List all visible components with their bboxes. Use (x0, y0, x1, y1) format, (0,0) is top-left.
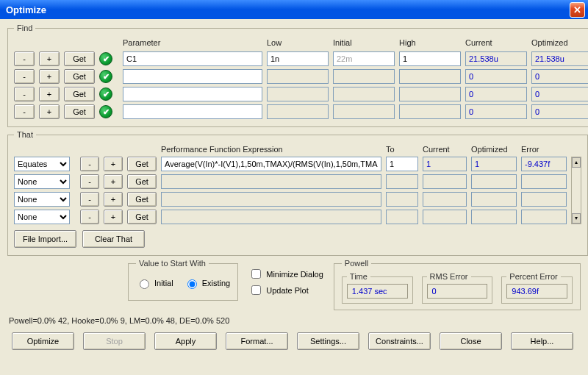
expr-input (161, 210, 381, 224)
find-plus-button[interactable]: + (39, 69, 60, 84)
hdr-low: Low (267, 38, 329, 49)
that-legend: That (14, 130, 36, 139)
start-with-group: Value to Start With Initial Existing (128, 259, 238, 301)
find-plus-button[interactable]: + (39, 104, 60, 119)
apply-button[interactable]: Apply (154, 332, 217, 350)
that-plus-button[interactable]: + (104, 174, 123, 189)
low-input (267, 104, 329, 119)
window-title: Optimize (6, 4, 46, 15)
optimized-value (531, 69, 588, 84)
settings-button[interactable]: Settings... (297, 332, 359, 350)
error-value (521, 157, 567, 171)
check-icon[interactable]: ✔ (99, 52, 112, 65)
mode-select[interactable]: None (14, 192, 70, 207)
current-value (423, 210, 467, 224)
find-plus-button[interactable]: + (39, 51, 60, 66)
find-get-button[interactable]: Get (64, 104, 95, 119)
check-icon[interactable]: ✔ (99, 70, 112, 83)
rms-label: RMS Error (427, 272, 471, 281)
current-value (423, 174, 467, 189)
error-value (521, 174, 567, 189)
that-get-button[interactable]: Get (127, 192, 157, 207)
that-get-button[interactable]: Get (127, 157, 157, 171)
high-input[interactable] (399, 51, 461, 66)
expr-input (161, 192, 381, 207)
rms-group: RMS Error 0 (422, 272, 493, 304)
optimized-value (531, 104, 588, 119)
find-minus-button[interactable]: - (14, 87, 35, 101)
that-minus-button[interactable]: - (80, 174, 99, 189)
close-button[interactable]: Close (440, 332, 502, 350)
find-get-button[interactable]: Get (64, 69, 95, 84)
powell-legend: Powell (342, 259, 371, 268)
to-input[interactable] (386, 157, 418, 171)
find-plus-button[interactable]: + (39, 87, 60, 101)
current-value (465, 87, 527, 101)
low-input[interactable] (267, 51, 329, 66)
check-icon[interactable]: ✔ (99, 88, 112, 101)
existing-radio[interactable]: Existing (184, 277, 231, 289)
parameter-input[interactable] (123, 69, 262, 84)
hdr-expr: Performance Function Expression (161, 145, 381, 154)
that-plus-button[interactable]: + (104, 210, 123, 224)
mode-select[interactable]: None (14, 210, 70, 224)
update-plot-checkbox[interactable]: Update Plot (248, 283, 323, 297)
find-get-button[interactable]: Get (64, 87, 95, 101)
percent-value: 943.69f (506, 284, 567, 299)
that-minus-button[interactable]: - (80, 210, 99, 224)
optimize-button[interactable]: Optimize (12, 332, 74, 350)
close-icon[interactable]: ✕ (570, 2, 585, 18)
hdr-error: Error (521, 145, 567, 154)
optimized-value (531, 87, 588, 101)
percent-label: Percent Error (506, 272, 560, 281)
file-import-button[interactable]: File Import... (14, 230, 76, 248)
find-get-button[interactable]: Get (64, 51, 95, 66)
that-plus-button[interactable]: + (104, 157, 123, 171)
high-input (399, 104, 461, 119)
expr-input[interactable] (161, 157, 381, 171)
error-value (521, 210, 567, 224)
current-value (465, 69, 527, 84)
clear-that-button[interactable]: Clear That (82, 230, 145, 248)
optimized-value (531, 51, 588, 66)
parameter-input[interactable] (123, 51, 262, 66)
error-value (521, 192, 567, 207)
scroll-down-icon[interactable]: ▾ (572, 213, 581, 224)
initial-input (333, 69, 395, 84)
format-button[interactable]: Format... (226, 332, 288, 350)
time-group: Time 1.437 sec (342, 272, 413, 304)
help-button[interactable]: Help... (511, 332, 573, 350)
find-minus-button[interactable]: - (14, 104, 35, 119)
that-get-button[interactable]: Get (127, 210, 157, 224)
scrollbar[interactable]: ▴ ▾ (571, 157, 581, 224)
constraints-button[interactable]: Constraints... (368, 332, 431, 350)
current-value (465, 104, 527, 119)
that-get-button[interactable]: Get (127, 174, 157, 189)
initial-input[interactable] (333, 51, 395, 66)
mode-select[interactable]: Equates (14, 157, 70, 171)
initial-radio[interactable]: Initial (136, 277, 173, 289)
that-group: That Performance Function Expression To … (7, 130, 588, 256)
minimize-checkbox[interactable]: Minimize Dialog (248, 267, 323, 281)
that-minus-button[interactable]: - (80, 157, 99, 171)
find-minus-button[interactable]: - (14, 69, 35, 84)
hdr-to: To (386, 145, 418, 154)
find-minus-button[interactable]: - (14, 51, 35, 66)
hdr-parameter: Parameter (123, 38, 262, 49)
powell-group: Powell Time 1.437 sec RMS Error 0 Percen… (334, 259, 581, 310)
to-input (386, 174, 418, 189)
scroll-up-icon[interactable]: ▴ (572, 157, 581, 168)
to-input (386, 210, 418, 224)
optimized-value (471, 174, 517, 189)
check-icon[interactable]: ✔ (99, 105, 112, 118)
parameter-input[interactable] (123, 87, 262, 101)
start-with-legend: Value to Start With (136, 259, 209, 268)
stop-button[interactable]: Stop (83, 332, 146, 350)
hdr-initial: Initial (333, 38, 395, 49)
mode-select[interactable]: None (14, 174, 70, 189)
find-group: Find Parameter Low Initial High Current … (7, 24, 588, 127)
initial-input (333, 104, 395, 119)
that-plus-button[interactable]: + (104, 192, 123, 207)
parameter-input[interactable] (123, 104, 262, 119)
that-minus-button[interactable]: - (80, 192, 99, 207)
